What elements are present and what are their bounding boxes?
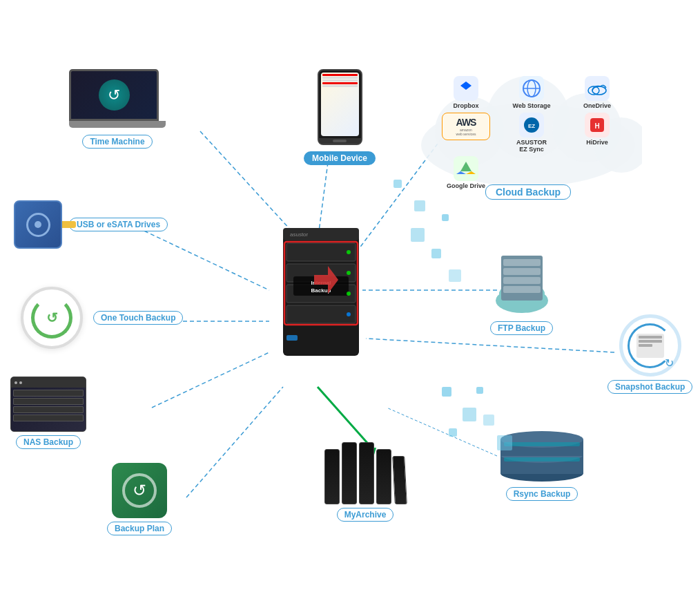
svg-text:H: H [594,122,599,130]
myarchive-label: MyArchive [337,508,394,522]
web-storage-icon [519,76,544,101]
svg-line-8 [366,339,614,352]
google-drive-label: Google Drive [447,182,485,189]
central-nas-svg: asustor Internal Backup [276,228,366,366]
svg-marker-29 [456,171,466,174]
aws-service: AWS amazonweb services [435,113,497,153]
snapshot-backup-device: ↻ Snapshot Backup [607,314,692,394]
svg-rect-45 [286,305,356,323]
hidrive-service: H HiDrive [566,113,628,153]
small-nas-icon [10,377,86,432]
small-nas-bar [11,377,86,388]
drive-3 [359,442,374,504]
one-touch-device: ↺ One Touch Backup [21,287,183,349]
cloud-services-grid: Dropbox Web Storage OneDrive AW [435,76,628,189]
rsync-backup-label: Rsync Backup [506,487,579,501]
dropbox-label: Dropbox [454,102,479,109]
drive-4 [376,449,391,504]
svg-text:EZ: EZ [528,123,535,129]
svg-marker-28 [460,162,471,171]
particle-10 [483,415,494,426]
drive-1 [324,449,340,504]
snapshot-line-3 [639,344,652,347]
one-touch-label: One Touch Backup [93,311,183,325]
dropbox-service: Dropbox [435,76,497,109]
diagram-container: ↺ Time Machine USB or eSATA Drives ↺ One… [0,0,700,590]
usb-disk-center [35,221,41,228]
snapshot-disk [636,334,664,358]
particle-2 [414,200,425,211]
mobile-home [319,138,361,144]
snapshot-inner: ↻ [628,323,672,368]
usb-drive-body [14,200,62,249]
google-drive-icon [454,156,478,181]
svg-point-55 [347,312,351,316]
web-storage-service: Web Storage [500,76,563,109]
refresh-icon: ↺ [31,297,72,339]
snapshot-icon: ↻ [619,314,681,377]
myarchive-drives [324,442,406,504]
time-machine-circle: ↺ [99,79,130,111]
svg-marker-17 [460,82,471,94]
snapshot-line-1 [639,336,662,339]
particle-6 [449,269,461,282]
usb-esata-icon [14,200,62,249]
usb-esata-label: USB or eSATA Drives [69,218,168,231]
drive-5 [392,456,407,504]
onedrive-service: OneDrive [566,76,628,109]
nas-slot-4 [13,415,84,421]
ez-sync-label: ASUSTOREZ Sync [516,139,547,153]
drive-2 [342,442,357,504]
cloud-backup-label: Cloud Backup [485,184,571,200]
time-machine-label: Time Machine [82,135,152,149]
hidrive-label: HiDrive [586,139,608,146]
ftp-cloud-svg [491,249,553,318]
svg-line-9 [318,387,373,449]
particle-1 [393,180,402,188]
mobile-home-btn [333,140,347,142]
mobile-device: Mobile Device [304,69,376,165]
svg-line-4 [186,387,283,497]
small-nas-drives [11,388,86,431]
usb-disk-inner [26,213,50,237]
svg-line-3 [152,352,269,408]
svg-point-52 [347,250,351,254]
web-storage-label: Web Storage [513,102,551,109]
svg-rect-37 [503,277,541,284]
ftp-backup-label: FTP Backup [490,321,553,335]
svg-rect-42 [286,243,356,261]
laptop-screen: ↺ [69,69,159,121]
ez-sync-service: EZ ASUSTOREZ Sync [500,113,563,153]
svg-text:asustor: asustor [290,231,309,238]
svg-point-54 [347,292,351,296]
google-drive-service: Google Drive [435,156,497,189]
particle-5 [431,249,441,258]
particle-9 [449,428,457,437]
nas-dot-1 [14,381,17,384]
svg-point-53 [347,271,351,275]
particle-4 [411,228,425,242]
one-touch-icon: ↺ [21,287,83,349]
usb-esata-device: USB or eSATA Drives [14,200,168,249]
nas-dot-2 [19,381,22,384]
ez-sync-icon: EZ [519,113,544,137]
particle-3 [442,214,449,221]
nas-backup-label: NAS Backup [16,435,81,449]
ftp-server-icon [491,249,553,318]
svg-rect-61 [504,442,580,446]
nas-slot-1 [13,390,84,397]
svg-rect-51 [286,335,298,341]
nas-backup-device: NAS Backup [10,377,86,449]
mobile-label: Mobile Device [304,151,376,165]
hidrive-icon: H [585,113,610,137]
svg-rect-35 [503,259,541,266]
nas-slot-3 [13,406,84,413]
backup-plan-circle: ↺ [122,473,157,508]
mobile-screen [321,73,359,136]
usb-plug [62,221,76,228]
onedrive-label: OneDrive [583,102,611,109]
mobile-icon [318,69,362,145]
backup-plan-label: Backup Plan [107,522,172,535]
particle-11 [476,387,483,394]
central-nas-device: asustor Internal Backup [276,228,366,369]
